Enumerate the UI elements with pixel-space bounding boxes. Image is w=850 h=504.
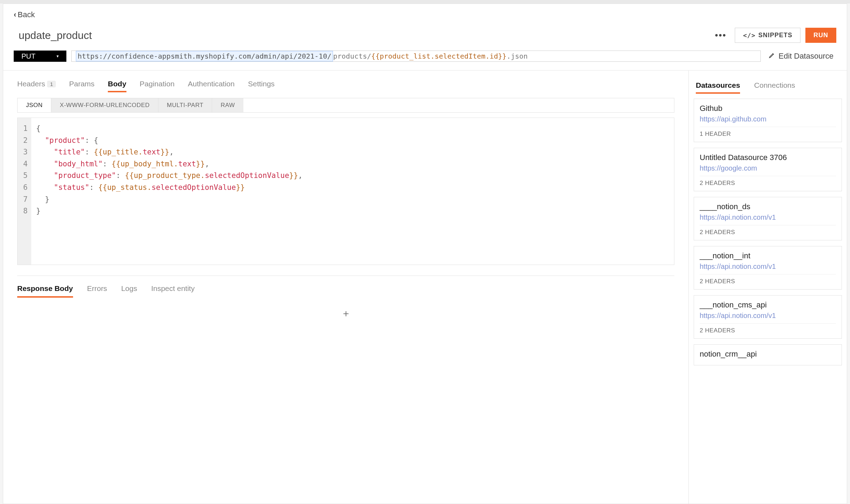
url-base: https://confidence-appsmith.myshopify.co… bbox=[76, 51, 333, 61]
response-tab-errors[interactable]: Errors bbox=[87, 281, 107, 296]
datasource-meta: 2 HEADERS bbox=[700, 180, 836, 187]
datasource-list: Githubhttps://api.github.com1 HEADERUnti… bbox=[692, 99, 843, 365]
chevron-down-icon: ▾ bbox=[57, 54, 59, 59]
response-section: Response BodyErrorsLogsInspect entity ＋ bbox=[17, 276, 674, 320]
request-tabs: Headers1ParamsBodyPaginationAuthenticati… bbox=[17, 75, 674, 93]
datasource-url: https://api.notion.com/v1 bbox=[700, 213, 836, 225]
datasource-meta: 1 HEADER bbox=[700, 131, 836, 138]
tab-headers[interactable]: Headers1 bbox=[17, 76, 56, 92]
edit-datasource-label: Edit Datasource bbox=[778, 52, 833, 61]
back-label: Back bbox=[18, 10, 35, 19]
content-row: Headers1ParamsBodyPaginationAuthenticati… bbox=[3, 70, 847, 504]
datasource-name: notion_crm__api bbox=[700, 350, 836, 359]
back-button[interactable]: ‹ Back bbox=[14, 10, 35, 19]
left-pane: Headers1ParamsBodyPaginationAuthenticati… bbox=[3, 71, 689, 504]
datasource-name: ___notion__int bbox=[700, 251, 836, 260]
editor-code[interactable]: { "product": { "title": {{up_title.text}… bbox=[31, 118, 308, 265]
body-type-raw[interactable]: RAW bbox=[212, 98, 243, 112]
datasource-card[interactable]: Untitled Datasource 3706https://google.c… bbox=[694, 148, 842, 191]
edit-datasource-button[interactable]: Edit Datasource bbox=[766, 51, 836, 62]
right-tab-datasources[interactable]: Datasources bbox=[696, 78, 740, 92]
datasource-meta: 2 HEADERS bbox=[700, 327, 836, 334]
url-input[interactable]: https://confidence-appsmith.myshopify.co… bbox=[71, 51, 761, 62]
editor-gutter: 12345678 bbox=[18, 118, 31, 265]
url-binding: {{product_list.selectedItem.id}} bbox=[371, 52, 506, 60]
datasource-card[interactable]: ____notion_dshttps://api.notion.com/v12 … bbox=[694, 197, 842, 240]
datasource-url: https://google.com bbox=[700, 164, 836, 176]
window-topstrip bbox=[0, 0, 850, 4]
tab-authentication[interactable]: Authentication bbox=[188, 76, 235, 92]
response-empty-area: ＋ bbox=[17, 296, 674, 320]
http-method-value: PUT bbox=[21, 52, 35, 60]
datasource-meta: 2 HEADERS bbox=[700, 229, 836, 236]
tab-settings[interactable]: Settings bbox=[248, 76, 275, 92]
response-tab-response-body[interactable]: Response Body bbox=[17, 281, 73, 296]
datasource-name: Github bbox=[700, 104, 836, 113]
datasource-card[interactable]: Githubhttps://api.github.com1 HEADER bbox=[694, 99, 842, 142]
body-editor[interactable]: 12345678 { "product": { "title": {{up_ti… bbox=[17, 118, 674, 265]
page-container: ‹ Back update_product ••• </> SNIPPETS R… bbox=[3, 4, 847, 504]
tab-badge: 1 bbox=[47, 81, 55, 87]
snippets-label: SNIPPETS bbox=[758, 32, 792, 39]
body-type-x-www-form-urlencoded[interactable]: X-WWW-FORM-URLENCODED bbox=[51, 98, 158, 112]
datasource-card[interactable]: ___notion_cms_apihttps://api.notion.com/… bbox=[694, 295, 842, 339]
response-tabs: Response BodyErrorsLogsInspect entity bbox=[17, 276, 674, 296]
body-type-tabs: JSONX-WWW-FORM-URLENCODEDMULTI-PARTRAW bbox=[17, 98, 674, 113]
http-method-select[interactable]: PUT ▾ bbox=[14, 51, 66, 62]
run-button[interactable]: RUN bbox=[805, 28, 836, 43]
response-tab-inspect-entity[interactable]: Inspect entity bbox=[151, 281, 195, 296]
back-row: ‹ Back bbox=[3, 4, 847, 23]
pencil-icon bbox=[769, 52, 776, 61]
body-type-multi-part[interactable]: MULTI-PART bbox=[158, 98, 212, 112]
datasource-url: https://api.notion.com/v1 bbox=[700, 312, 836, 324]
datasource-name: ____notion_ds bbox=[700, 202, 836, 211]
endpoint-row: PUT ▾ https://confidence-appsmith.myshop… bbox=[3, 51, 847, 70]
right-tabs: DatasourcesConnections bbox=[692, 75, 843, 92]
title-row: update_product ••• </> SNIPPETS RUN bbox=[3, 23, 847, 51]
tab-params[interactable]: Params bbox=[69, 76, 94, 92]
url-path-prefix: products/ bbox=[333, 52, 371, 60]
datasource-url: https://api.notion.com/v1 bbox=[700, 263, 836, 274]
code-icon: </> bbox=[743, 32, 756, 39]
tab-pagination[interactable]: Pagination bbox=[140, 76, 175, 92]
datasource-url: https://api.github.com bbox=[700, 115, 836, 127]
api-name[interactable]: update_product bbox=[19, 29, 706, 41]
response-tab-logs[interactable]: Logs bbox=[121, 281, 137, 296]
datasource-card[interactable]: notion_crm__api bbox=[694, 344, 842, 365]
datasource-name: ___notion_cms_api bbox=[700, 300, 836, 310]
more-menu-button[interactable]: ••• bbox=[711, 30, 730, 41]
datasource-card[interactable]: ___notion__inthttps://api.notion.com/v12… bbox=[694, 246, 842, 290]
plus-icon[interactable]: ＋ bbox=[341, 308, 351, 319]
run-label: RUN bbox=[813, 32, 828, 39]
chevron-left-icon: ‹ bbox=[14, 10, 16, 19]
body-type-json[interactable]: JSON bbox=[18, 98, 51, 112]
url-path-suffix: .json bbox=[506, 52, 528, 60]
datasource-meta: 2 HEADERS bbox=[700, 278, 836, 285]
tab-body[interactable]: Body bbox=[108, 76, 126, 92]
datasource-name: Untitled Datasource 3706 bbox=[700, 153, 836, 162]
right-pane: DatasourcesConnections Githubhttps://api… bbox=[689, 71, 847, 504]
right-tab-connections[interactable]: Connections bbox=[754, 78, 795, 92]
snippets-button[interactable]: </> SNIPPETS bbox=[735, 28, 800, 43]
